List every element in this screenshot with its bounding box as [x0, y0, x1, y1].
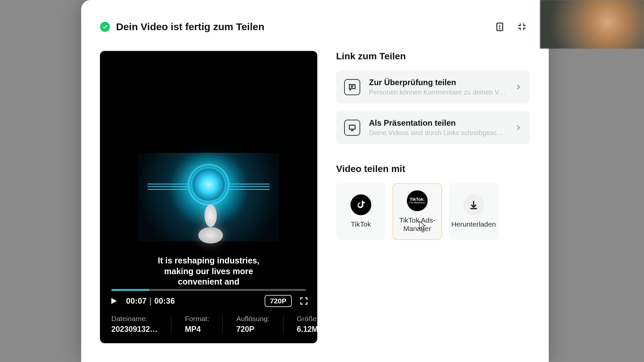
meta-size-value: 6.12MB	[297, 325, 317, 334]
share-as-presentation-card[interactable]: Als Präsentation teilen Deine Videos sin…	[336, 111, 530, 144]
fullscreen-button[interactable]	[299, 296, 309, 306]
chevron-right-icon	[515, 124, 522, 131]
share-tiktok-ads-label: TikTok Ads-Manager	[392, 216, 442, 233]
share-presentation-title: Als Präsentation teilen	[369, 118, 506, 128]
share-modal: Dein Video ist fertig zum Teilen	[81, 0, 549, 362]
comment-icon	[344, 79, 360, 95]
meta-size-label: Größe:	[297, 315, 317, 323]
chevron-right-icon	[515, 83, 522, 91]
svg-point-2	[499, 28, 500, 29]
share-tiktok-ads-manager[interactable]: TikTok:For Business TikTok Ads-Manager	[392, 183, 442, 240]
video-controls: 00:07|00:36 720P	[108, 293, 309, 309]
quality-badge[interactable]: 720P	[265, 295, 292, 307]
share-with-title: Video teilen mit	[336, 164, 530, 174]
download-icon	[463, 194, 484, 215]
download-label: Herunterladen	[449, 220, 498, 228]
video-caption: It is reshaping industries, making our l…	[100, 255, 317, 287]
report-button[interactable]	[492, 19, 508, 35]
presentation-icon	[344, 120, 360, 136]
share-tiktok-label: TikTok	[349, 220, 373, 228]
share-panel: Link zum Teilen Zur Überprüfung teilen P…	[336, 51, 530, 349]
meta-format-label: Format:	[185, 315, 209, 323]
tiktok-business-icon: TikTok:For Business	[407, 190, 428, 211]
meta-resolution-value: 720P	[236, 325, 269, 334]
current-time: 00:07	[126, 297, 147, 305]
download-tile[interactable]: Herunterladen	[449, 183, 498, 240]
share-for-review-card[interactable]: Zur Überprüfung teilen Personen können K…	[336, 70, 530, 104]
share-tiktok[interactable]: TikTok	[336, 183, 386, 240]
progress-fill	[111, 289, 149, 291]
link-section-title: Link zum Teilen	[336, 51, 530, 62]
meta-filename-value: 202309132…	[111, 325, 158, 334]
meta-resolution-label: Auflösung:	[236, 315, 269, 323]
play-button[interactable]	[108, 295, 119, 307]
share-review-title: Zur Überprüfung teilen	[369, 78, 506, 87]
collapse-icon[interactable]	[514, 19, 530, 35]
time-display: 00:07|00:36	[126, 297, 175, 306]
share-review-subtitle: Personen können Kommentare zu deinen V…	[369, 88, 506, 96]
svg-marker-3	[111, 298, 117, 304]
progress-bar[interactable]	[111, 289, 306, 291]
tiktok-icon	[351, 194, 371, 215]
webcam-overlay	[540, 0, 644, 49]
video-still	[138, 153, 279, 241]
share-presentation-subtitle: Deine Videos sind durch Links schreibges…	[369, 129, 506, 137]
svg-rect-6	[349, 125, 355, 129]
duration: 00:36	[154, 297, 175, 305]
success-check-icon	[100, 22, 110, 32]
meta-filename-label: Dateiname:	[111, 315, 158, 323]
video-preview: It is reshaping industries, making our l…	[100, 51, 317, 343]
modal-title: Dein Video ist fertig zum Teilen	[116, 21, 486, 33]
modal-header: Dein Video ist fertig zum Teilen	[100, 19, 530, 35]
video-metadata: Dateiname: 202309132… Format: MP4 Auflös…	[100, 308, 317, 343]
meta-format-value: MP4	[185, 325, 209, 334]
